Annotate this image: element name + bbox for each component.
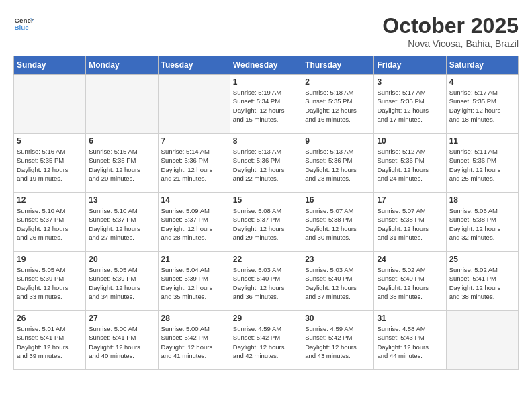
calendar-cell	[14, 75, 86, 134]
calendar-cell	[86, 75, 158, 134]
calendar-cell: 21Sunrise: 5:04 AM Sunset: 5:39 PM Dayli…	[158, 252, 230, 311]
day-info: Sunrise: 5:06 AM Sunset: 5:38 PM Dayligh…	[449, 206, 515, 242]
header-day-thursday: Thursday	[302, 56, 374, 75]
calendar-cell: 1Sunrise: 5:19 AM Sunset: 5:34 PM Daylig…	[230, 75, 302, 134]
header-day-saturday: Saturday	[446, 56, 518, 75]
day-info: Sunrise: 5:09 AM Sunset: 5:37 PM Dayligh…	[161, 206, 227, 242]
logo: General Blue	[13, 13, 34, 34]
calendar-cell: 29Sunrise: 4:59 AM Sunset: 5:42 PM Dayli…	[230, 311, 302, 370]
day-info: Sunrise: 5:07 AM Sunset: 5:38 PM Dayligh…	[305, 206, 371, 242]
header-day-monday: Monday	[86, 56, 158, 75]
calendar-cell: 10Sunrise: 5:12 AM Sunset: 5:36 PM Dayli…	[374, 134, 446, 193]
day-number: 23	[305, 255, 371, 264]
day-number: 18	[449, 195, 515, 205]
day-info: Sunrise: 5:13 AM Sunset: 5:36 PM Dayligh…	[233, 147, 299, 183]
header-day-wednesday: Wednesday	[230, 56, 302, 75]
day-info: Sunrise: 5:02 AM Sunset: 5:41 PM Dayligh…	[449, 265, 515, 301]
calendar-cell: 25Sunrise: 5:02 AM Sunset: 5:41 PM Dayli…	[446, 252, 518, 311]
calendar-cell: 19Sunrise: 5:05 AM Sunset: 5:39 PM Dayli…	[14, 252, 86, 311]
day-number: 16	[305, 195, 371, 205]
calendar-cell: 17Sunrise: 5:07 AM Sunset: 5:38 PM Dayli…	[374, 193, 446, 252]
calendar-cell: 22Sunrise: 5:03 AM Sunset: 5:40 PM Dayli…	[230, 252, 302, 311]
header: General Blue October 2025 Nova Vicosa, B…	[13, 13, 519, 49]
calendar-cell: 28Sunrise: 5:00 AM Sunset: 5:42 PM Dayli…	[158, 311, 230, 370]
calendar-cell: 12Sunrise: 5:10 AM Sunset: 5:37 PM Dayli…	[14, 193, 86, 252]
week-row-4: 26Sunrise: 5:01 AM Sunset: 5:41 PM Dayli…	[14, 311, 519, 370]
day-info: Sunrise: 5:08 AM Sunset: 5:37 PM Dayligh…	[233, 206, 299, 242]
header-row: SundayMondayTuesdayWednesdayThursdayFrid…	[14, 56, 519, 75]
calendar-cell: 30Sunrise: 4:59 AM Sunset: 5:42 PM Dayli…	[302, 311, 374, 370]
week-row-2: 12Sunrise: 5:10 AM Sunset: 5:37 PM Dayli…	[14, 193, 519, 252]
calendar-title: October 2025	[382, 13, 519, 38]
calendar-cell: 13Sunrise: 5:10 AM Sunset: 5:37 PM Dayli…	[86, 193, 158, 252]
day-info: Sunrise: 5:15 AM Sunset: 5:35 PM Dayligh…	[89, 147, 154, 183]
day-number: 3	[377, 77, 443, 87]
day-number: 7	[161, 136, 227, 146]
calendar-cell: 26Sunrise: 5:01 AM Sunset: 5:41 PM Dayli…	[14, 311, 86, 370]
day-info: Sunrise: 4:58 AM Sunset: 5:43 PM Dayligh…	[377, 324, 443, 360]
day-number: 28	[161, 314, 227, 323]
calendar-cell	[158, 75, 230, 134]
calendar-cell: 31Sunrise: 4:58 AM Sunset: 5:43 PM Dayli…	[374, 311, 446, 370]
header-day-friday: Friday	[374, 56, 446, 75]
day-number: 30	[305, 314, 371, 323]
calendar-cell: 8Sunrise: 5:13 AM Sunset: 5:36 PM Daylig…	[230, 134, 302, 193]
week-row-3: 19Sunrise: 5:05 AM Sunset: 5:39 PM Dayli…	[14, 252, 519, 311]
header-day-tuesday: Tuesday	[158, 56, 230, 75]
day-info: Sunrise: 5:17 AM Sunset: 5:35 PM Dayligh…	[377, 88, 443, 124]
day-number: 9	[305, 136, 371, 146]
day-info: Sunrise: 5:03 AM Sunset: 5:40 PM Dayligh…	[233, 265, 299, 301]
day-number: 4	[449, 77, 515, 87]
day-info: Sunrise: 5:10 AM Sunset: 5:37 PM Dayligh…	[89, 206, 154, 242]
day-info: Sunrise: 5:00 AM Sunset: 5:41 PM Dayligh…	[89, 324, 154, 360]
day-number: 25	[449, 255, 515, 264]
day-number: 12	[17, 195, 83, 205]
day-number: 11	[449, 136, 515, 146]
header-day-sunday: Sunday	[14, 56, 86, 75]
day-number: 26	[17, 314, 83, 323]
day-info: Sunrise: 5:19 AM Sunset: 5:34 PM Dayligh…	[233, 88, 299, 124]
calendar-cell: 27Sunrise: 5:00 AM Sunset: 5:41 PM Dayli…	[86, 311, 158, 370]
day-info: Sunrise: 5:16 AM Sunset: 5:35 PM Dayligh…	[17, 147, 83, 183]
calendar-cell: 5Sunrise: 5:16 AM Sunset: 5:35 PM Daylig…	[14, 134, 86, 193]
day-number: 29	[233, 314, 299, 323]
day-info: Sunrise: 5:07 AM Sunset: 5:38 PM Dayligh…	[377, 206, 443, 242]
day-info: Sunrise: 5:18 AM Sunset: 5:35 PM Dayligh…	[305, 88, 371, 124]
day-number: 13	[89, 195, 154, 205]
calendar-cell: 23Sunrise: 5:03 AM Sunset: 5:40 PM Dayli…	[302, 252, 374, 311]
calendar-body: 1Sunrise: 5:19 AM Sunset: 5:34 PM Daylig…	[14, 75, 519, 370]
title-block: October 2025 Nova Vicosa, Bahia, Brazil	[382, 13, 519, 49]
day-number: 27	[89, 314, 154, 323]
day-number: 19	[17, 255, 83, 264]
day-number: 6	[89, 136, 154, 146]
day-info: Sunrise: 5:00 AM Sunset: 5:42 PM Dayligh…	[161, 324, 227, 360]
day-info: Sunrise: 5:12 AM Sunset: 5:36 PM Dayligh…	[377, 147, 443, 183]
day-number: 10	[377, 136, 443, 146]
day-info: Sunrise: 5:13 AM Sunset: 5:36 PM Dayligh…	[305, 147, 371, 183]
day-info: Sunrise: 5:10 AM Sunset: 5:37 PM Dayligh…	[17, 206, 83, 242]
day-number: 17	[377, 195, 443, 205]
week-row-0: 1Sunrise: 5:19 AM Sunset: 5:34 PM Daylig…	[14, 75, 519, 134]
day-number: 14	[161, 195, 227, 205]
calendar-cell: 24Sunrise: 5:02 AM Sunset: 5:40 PM Dayli…	[374, 252, 446, 311]
day-number: 31	[377, 314, 443, 323]
calendar-cell: 2Sunrise: 5:18 AM Sunset: 5:35 PM Daylig…	[302, 75, 374, 134]
day-number: 15	[233, 195, 299, 205]
calendar-cell: 11Sunrise: 5:11 AM Sunset: 5:36 PM Dayli…	[446, 134, 518, 193]
day-info: Sunrise: 5:17 AM Sunset: 5:35 PM Dayligh…	[449, 88, 515, 124]
day-info: Sunrise: 5:05 AM Sunset: 5:39 PM Dayligh…	[89, 265, 154, 301]
svg-text:General: General	[15, 17, 34, 24]
day-info: Sunrise: 5:03 AM Sunset: 5:40 PM Dayligh…	[305, 265, 371, 301]
day-info: Sunrise: 4:59 AM Sunset: 5:42 PM Dayligh…	[305, 324, 371, 360]
day-number: 5	[17, 136, 83, 146]
calendar-cell: 9Sunrise: 5:13 AM Sunset: 5:36 PM Daylig…	[302, 134, 374, 193]
svg-text:Blue: Blue	[15, 24, 30, 31]
calendar-cell: 14Sunrise: 5:09 AM Sunset: 5:37 PM Dayli…	[158, 193, 230, 252]
day-info: Sunrise: 5:04 AM Sunset: 5:39 PM Dayligh…	[161, 265, 227, 301]
calendar-table: SundayMondayTuesdayWednesdayThursdayFrid…	[13, 56, 519, 370]
day-info: Sunrise: 5:01 AM Sunset: 5:41 PM Dayligh…	[17, 324, 83, 360]
day-info: Sunrise: 5:05 AM Sunset: 5:39 PM Dayligh…	[17, 265, 83, 301]
day-info: Sunrise: 5:02 AM Sunset: 5:40 PM Dayligh…	[377, 265, 443, 301]
calendar-cell: 7Sunrise: 5:14 AM Sunset: 5:36 PM Daylig…	[158, 134, 230, 193]
calendar-cell: 18Sunrise: 5:06 AM Sunset: 5:38 PM Dayli…	[446, 193, 518, 252]
